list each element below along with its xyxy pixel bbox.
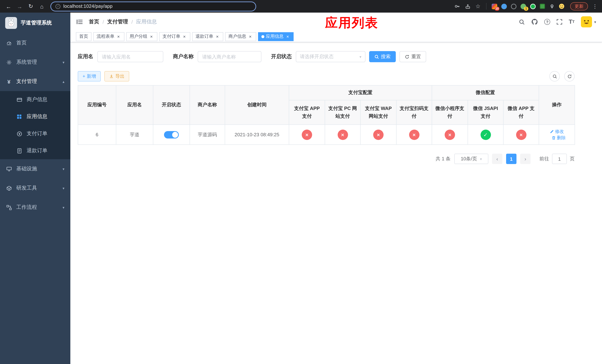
- bookmark-star-icon[interactable]: ☆: [473, 2, 483, 11]
- user-avatar-menu[interactable]: ▾: [581, 16, 596, 27]
- extension-icon-colorful[interactable]: 10: [490, 2, 498, 11]
- page-unit-label: 页: [570, 156, 575, 162]
- browser-update-button[interactable]: 更新: [570, 2, 588, 10]
- gear-icon: [6, 59, 12, 65]
- sidebar-item-label: 首页: [16, 40, 27, 46]
- goto-page-input[interactable]: [552, 154, 567, 164]
- sidebar-item-refund-orders[interactable]: 退款订单: [0, 142, 70, 159]
- close-icon[interactable]: ×: [248, 34, 253, 39]
- status-select[interactable]: 请选择开启状态 ▾: [296, 51, 366, 62]
- sidebar-collapse-icon[interactable]: [76, 19, 83, 25]
- prev-page-button[interactable]: ‹: [492, 154, 502, 164]
- extension-icon-green-circle[interactable]: [529, 2, 537, 11]
- cell-merchant: 芋道源码: [190, 125, 225, 145]
- cell-actions: 修改 删除: [539, 125, 575, 145]
- reset-button[interactable]: 重置: [399, 51, 426, 62]
- monitor-icon: [6, 166, 12, 172]
- extension-icon-pin[interactable]: [548, 2, 556, 11]
- chevron-down-icon: ▾: [63, 205, 64, 209]
- browser-home-button[interactable]: ⌂: [37, 1, 47, 11]
- sidebar-item-infrastructure[interactable]: 基础设施 ▾: [0, 159, 70, 179]
- page-size-select[interactable]: 10条/页 ▾: [454, 154, 488, 164]
- tag-pay-orders[interactable]: 支付订单 ×: [159, 32, 190, 41]
- sidebar-item-label: 应用信息: [27, 113, 47, 120]
- sidebar-item-dev-tools[interactable]: 研发工具 ▾: [0, 179, 70, 198]
- search-button[interactable]: 搜索: [369, 51, 396, 62]
- sidebar-item-pay-orders[interactable]: 支付订单: [0, 125, 70, 142]
- refresh-table-button[interactable]: [564, 71, 575, 81]
- chevron-up-icon: ▴: [63, 79, 64, 84]
- site-info-icon[interactable]: i: [55, 4, 60, 9]
- sidebar-item-workflow[interactable]: 工作流程 ▾: [0, 198, 70, 217]
- sidebar-item-system[interactable]: 系统管理 ▾: [0, 53, 70, 72]
- tag-process-form[interactable]: 流程表单 ×: [93, 32, 124, 41]
- extensions-count-badge: 10: [495, 7, 499, 11]
- app-name-input[interactable]: [97, 51, 163, 62]
- browser-back-button[interactable]: ←: [4, 1, 13, 11]
- browser-reload-button[interactable]: ↻: [26, 1, 35, 11]
- sidebar-item-label: 工作流程: [16, 204, 37, 211]
- goto-label: 前往: [539, 156, 549, 162]
- extension-icon-green-avatar[interactable]: 1: [519, 2, 527, 11]
- breadcrumb-home[interactable]: 首页: [89, 19, 99, 25]
- delete-button[interactable]: 删除: [552, 135, 566, 141]
- search-form: 应用名 商户名称 开启状态 请选择开启状态 ▾ 搜索: [78, 51, 602, 62]
- breadcrumb-payment[interactable]: 支付管理: [107, 19, 128, 25]
- merchant-name-input[interactable]: [198, 51, 261, 62]
- share-icon[interactable]: [463, 2, 472, 11]
- avatar: [581, 16, 592, 27]
- export-button[interactable]: 导出: [105, 71, 129, 81]
- close-icon[interactable]: ×: [215, 34, 220, 39]
- caret-down-icon: ▾: [594, 20, 596, 24]
- close-icon[interactable]: ×: [116, 34, 121, 39]
- active-dot: [261, 35, 264, 38]
- page-content: 应用名 商户名称 开启状态 请选择开启状态 ▾ 搜索: [70, 42, 602, 364]
- page-annotation: 应用列表: [325, 14, 378, 32]
- extension-icon-blue-drop[interactable]: [500, 2, 508, 11]
- sidebar-item-home[interactable]: 首页: [0, 33, 70, 53]
- tag-refund-orders[interactable]: 退款订单 ×: [192, 32, 223, 41]
- sidebar-item-payment[interactable]: ¥ 支付管理 ▴: [0, 72, 70, 91]
- col-alipay-qr: 支付宝扫码支付: [396, 100, 432, 125]
- app-title: 芋道管理系统: [21, 20, 52, 26]
- workflow-icon: [6, 204, 12, 210]
- sidebar-item-app-info[interactable]: 应用信息: [0, 108, 70, 125]
- tag-merchant-info[interactable]: 商户信息 ×: [225, 32, 256, 41]
- sidebar-item-label: 研发工具: [16, 185, 37, 192]
- screen: ← → ↻ ⌂ i localhost:1024/pay/app ☆ 10 1: [0, 0, 602, 364]
- github-icon[interactable]: [531, 19, 538, 25]
- close-icon[interactable]: ×: [285, 34, 290, 39]
- col-app-name: 应用名: [116, 85, 153, 125]
- address-bar[interactable]: i localhost:1024/pay/app: [50, 1, 256, 11]
- close-icon[interactable]: ×: [182, 34, 187, 39]
- col-wechat-jsapi: 微信 JSAPI 支付: [468, 100, 503, 125]
- enabled-toggle[interactable]: [164, 131, 179, 138]
- browser-forward-button[interactable]: →: [15, 1, 24, 11]
- cell-app-name: 芋道: [116, 125, 153, 145]
- close-icon[interactable]: ×: [149, 34, 154, 39]
- edit-button[interactable]: 修改: [550, 128, 564, 135]
- col-wechat-mini: 微信小程序支付: [432, 100, 468, 125]
- add-button[interactable]: + 新增: [78, 71, 101, 81]
- extension-icon-green-square[interactable]: [538, 2, 547, 11]
- help-icon[interactable]: ?: [544, 19, 550, 25]
- sidebar: 芋道管理系统 首页 系统管理 ▾ ¥: [0, 13, 70, 364]
- search-icon[interactable]: [519, 19, 525, 25]
- top-navbar: 首页 / 支付管理 / 应用信息 应用列表 ?: [70, 13, 602, 31]
- fullscreen-icon[interactable]: [557, 19, 562, 25]
- extension-icon-emoji-face[interactable]: [558, 2, 566, 11]
- tag-app-info-active[interactable]: 应用信息 ×: [258, 32, 294, 41]
- page-number-current[interactable]: 1: [506, 154, 516, 164]
- toggle-search-button[interactable]: [549, 71, 560, 81]
- browser-menu-icon[interactable]: ⋮: [592, 3, 598, 9]
- grid-icon: [16, 114, 22, 119]
- extension-icon-dark-wheel[interactable]: [509, 2, 517, 11]
- tag-home[interactable]: 首页: [76, 32, 91, 41]
- password-key-icon[interactable]: [453, 2, 462, 11]
- font-size-icon[interactable]: TT: [569, 19, 575, 25]
- app-logo: 芋道管理系统: [0, 13, 70, 33]
- next-page-button[interactable]: ›: [520, 154, 531, 164]
- group-wechat-config: 微信配置: [432, 85, 539, 100]
- sidebar-item-merchant-info[interactable]: 商户信息: [0, 91, 70, 108]
- tag-user-group[interactable]: 用户分组 ×: [126, 32, 157, 41]
